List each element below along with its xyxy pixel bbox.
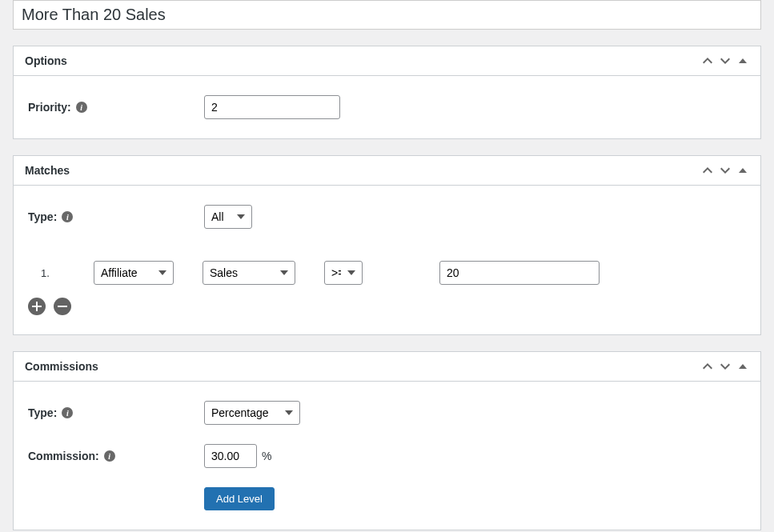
page-title-input[interactable]: More Than 20 Sales: [13, 0, 761, 30]
matches-type-label: Type:: [28, 210, 57, 223]
move-up-icon[interactable]: [701, 54, 714, 67]
move-up-icon[interactable]: [701, 164, 714, 177]
collapse-icon[interactable]: [736, 360, 749, 373]
options-panel-header: Options: [14, 46, 760, 76]
commissions-panel: Commissions Type: i Percentage Commissio…: [13, 351, 761, 530]
commissions-panel-header: Commissions: [14, 352, 760, 382]
options-panel: Options Priority: i: [13, 46, 761, 139]
move-down-icon[interactable]: [719, 164, 732, 177]
matches-type-select[interactable]: All: [204, 205, 252, 229]
matches-panel-header: Matches: [14, 156, 760, 186]
condition-operator-select[interactable]: >=: [324, 261, 363, 285]
options-panel-controls: [701, 54, 749, 67]
commission-value-input[interactable]: [204, 444, 257, 468]
move-down-icon[interactable]: [719, 360, 732, 373]
condition-value-input[interactable]: [439, 261, 600, 285]
commission-suffix: %: [262, 450, 271, 462]
matches-panel: Matches Type: i All 1. Affiliate: [13, 155, 761, 335]
add-condition-button[interactable]: [28, 298, 46, 315]
move-down-icon[interactable]: [719, 54, 732, 67]
commissions-type-select[interactable]: Percentage: [204, 401, 300, 425]
condition-entity-select[interactable]: Affiliate: [94, 261, 174, 285]
remove-condition-button[interactable]: [54, 298, 71, 315]
options-panel-body: Priority: i: [14, 76, 760, 138]
condition-metric-select[interactable]: Sales: [203, 261, 295, 285]
commission-label: Commission:: [28, 450, 99, 462]
matches-panel-title: Matches: [25, 164, 70, 177]
commissions-panel-controls: [701, 360, 749, 373]
commissions-type-label: Type:: [28, 406, 57, 419]
condition-index: 1.: [41, 267, 65, 279]
info-icon[interactable]: i: [62, 211, 73, 222]
matches-panel-body: Type: i All 1. Affiliate Sales >=: [14, 186, 760, 334]
svg-rect-0: [58, 306, 67, 307]
collapse-icon[interactable]: [736, 164, 749, 177]
priority-label: Priority:: [28, 101, 71, 114]
info-icon[interactable]: i: [62, 407, 73, 418]
add-level-button[interactable]: Add Level: [204, 487, 275, 510]
priority-input[interactable]: [204, 95, 340, 119]
commissions-panel-title: Commissions: [25, 360, 98, 373]
collapse-icon[interactable]: [736, 54, 749, 67]
move-up-icon[interactable]: [701, 360, 714, 373]
condition-row: 1. Affiliate Sales >=: [28, 248, 746, 291]
matches-panel-controls: [701, 164, 749, 177]
info-icon[interactable]: i: [104, 450, 115, 462]
info-icon[interactable]: i: [76, 102, 87, 113]
condition-actions: [28, 291, 746, 315]
commissions-panel-body: Type: i Percentage Commission: i % Add L…: [14, 382, 760, 530]
options-panel-title: Options: [25, 54, 67, 67]
